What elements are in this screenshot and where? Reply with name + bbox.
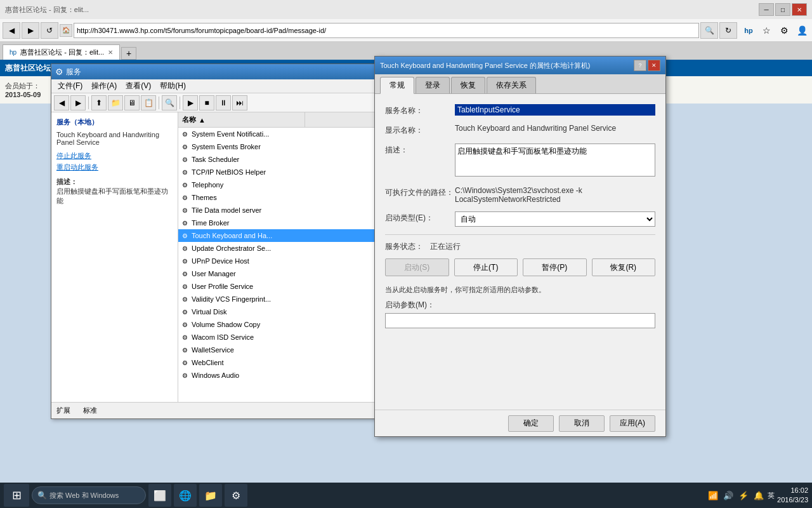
svc-item-icon: ⚙ bbox=[180, 269, 190, 279]
taskbar-search[interactable]: 🔍 搜索 Web 和 Windows bbox=[32, 486, 146, 504]
favorites-button[interactable]: ☆ bbox=[759, 23, 774, 38]
toolbar-sep2 bbox=[159, 97, 159, 109]
volume-icon[interactable]: 🔊 bbox=[722, 489, 735, 502]
props-footer: 确定 取消 应用(A) bbox=[375, 410, 665, 436]
address-bar[interactable] bbox=[74, 23, 699, 38]
minimize-button[interactable]: ─ bbox=[759, 3, 774, 16]
svc-menu-action[interactable]: 操作(A) bbox=[88, 79, 121, 93]
svc-service-name: Touch Keyboard and Handwriting Panel Ser… bbox=[56, 131, 173, 146]
props-ok-btn[interactable]: 确定 bbox=[508, 415, 554, 432]
toolbar-fwd-btn[interactable]: ▶ bbox=[70, 95, 86, 110]
search-icon: 🔍 bbox=[37, 491, 47, 500]
props-tab-recovery[interactable]: 恢复 bbox=[451, 77, 485, 93]
props-close-btn[interactable]: ✕ bbox=[648, 60, 660, 71]
svc-left-panel: 服务（本地） Touch Keyboard and Handwriting Pa… bbox=[51, 112, 178, 402]
svc-stop-link[interactable]: 停止此服务 bbox=[56, 151, 173, 161]
forward-button[interactable]: ▶ bbox=[22, 22, 39, 39]
toolbar-play-btn[interactable]: ▶ bbox=[183, 95, 198, 110]
battery-icon[interactable]: ⚡ bbox=[737, 489, 750, 502]
browser-chrome: 惠普社区论坛 - 回复：elit... ─ □ ✕ ◀ ▶ ↺ 🏠 🔍 ↻ hp… bbox=[0, 0, 812, 60]
props-resume-btn[interactable]: 恢复(R) bbox=[592, 258, 656, 276]
props-status-label: 服务状态： bbox=[385, 242, 423, 251]
props-title-text: Touch Keyboard and Handwriting Panel Ser… bbox=[380, 61, 590, 70]
settings-btn[interactable]: ⚙ bbox=[225, 484, 247, 507]
svc-item-icon: ⚙ bbox=[180, 154, 190, 164]
svc-item-icon: ⚙ bbox=[180, 142, 190, 152]
svc-item-icon: ⚙ bbox=[180, 256, 190, 266]
back-button[interactable]: ◀ bbox=[3, 22, 20, 39]
toolbar-up-btn[interactable]: ⬆ bbox=[91, 95, 107, 110]
toolbar-stop-btn[interactable]: ■ bbox=[199, 95, 214, 110]
props-value-path: C:\Windows\System32\svchost.exe -k Local… bbox=[455, 186, 655, 204]
taskbar: ⊞ 🔍 搜索 Web 和 Windows ⬜ 🌐 📁 ⚙ 📶 🔊 ⚡ 🔔 英 1… bbox=[0, 483, 812, 508]
maximize-button[interactable]: □ bbox=[775, 3, 790, 16]
svc-item-icon: ⚙ bbox=[180, 218, 190, 228]
toolbar-restart-btn[interactable]: ⏭ bbox=[232, 95, 247, 110]
props-apply-btn[interactable]: 应用(A) bbox=[610, 415, 655, 432]
props-desc-textarea[interactable] bbox=[455, 144, 655, 177]
props-value-displayname: Touch Keyboard and Handwriting Panel Ser… bbox=[455, 124, 655, 133]
toolbar-docs-btn[interactable]: 📋 bbox=[141, 95, 156, 110]
svc-menu-file[interactable]: 文件(F) bbox=[54, 79, 86, 93]
props-label-desc: 描述： bbox=[385, 144, 455, 156]
props-tab-dependencies[interactable]: 依存关系 bbox=[487, 77, 536, 93]
title-bar: 惠普社区论坛 - 回复：elit... ─ □ ✕ bbox=[0, 0, 812, 19]
svc-item-icon: ⚙ bbox=[180, 129, 190, 139]
explorer-btn[interactable]: 📁 bbox=[199, 484, 222, 507]
notification-icon[interactable]: 🔔 bbox=[752, 489, 765, 502]
toolbar-pause-btn[interactable]: ⏸ bbox=[216, 95, 231, 110]
props-title-bar: Touch Keyboard and Handwriting Panel Ser… bbox=[375, 57, 665, 74]
svc-restart-link[interactable]: 重启动此服务 bbox=[56, 163, 173, 172]
svc-item-icon: ⚙ bbox=[180, 345, 190, 355]
reload-button[interactable]: ↻ bbox=[719, 22, 737, 39]
tools-button[interactable]: ⚙ bbox=[776, 23, 792, 38]
svc-menu-help[interactable]: 帮助(H) bbox=[156, 79, 190, 93]
toolbar-sep1 bbox=[88, 97, 89, 109]
props-start-btn[interactable]: 启动(S) bbox=[385, 258, 449, 276]
task-view-btn[interactable]: ⬜ bbox=[148, 484, 171, 507]
svc-menu-view[interactable]: 查看(V) bbox=[122, 79, 155, 93]
svc-status-expand[interactable]: 扩展 bbox=[56, 406, 70, 415]
svc-title-text: 服务 bbox=[66, 67, 81, 77]
nav-bar: ◀ ▶ ↺ 🏠 🔍 ↻ hp ☆ ⚙ 👤 bbox=[0, 19, 812, 42]
start-button[interactable]: ⊞ bbox=[4, 484, 29, 507]
props-label-svcname: 服务名称： bbox=[385, 104, 455, 116]
svc-toolbar: ◀ ▶ ⬆ 📁 🖥 📋 🔍 ▶ ■ ⏸ ⏭ bbox=[51, 93, 424, 112]
props-row-displayname: 显示名称： Touch Keyboard and Handwriting Pan… bbox=[385, 124, 655, 136]
tab-label: 惠普社区论坛 - 回复：elit... bbox=[20, 48, 104, 57]
props-title-controls: ? ✕ bbox=[634, 60, 660, 71]
props-stop-btn[interactable]: 停止(T) bbox=[454, 258, 518, 276]
taskbar-search-placeholder: 搜索 Web 和 Windows bbox=[49, 491, 119, 500]
props-value-svcname: TabletInputService bbox=[455, 104, 655, 116]
props-startup-select[interactable]: 自动 手动 禁用 自动(延迟启动) bbox=[455, 211, 655, 227]
toolbar-back-btn[interactable]: ◀ bbox=[54, 95, 69, 110]
svc-item-icon: ⚙ bbox=[180, 370, 190, 380]
props-pause-btn[interactable]: 暂停(P) bbox=[523, 258, 587, 276]
clock-date: 2016/3/23 bbox=[777, 495, 808, 505]
refresh-button[interactable]: ↺ bbox=[41, 22, 58, 39]
props-tab-login[interactable]: 登录 bbox=[416, 77, 450, 93]
props-cancel-btn[interactable]: 取消 bbox=[559, 415, 605, 432]
props-param-input[interactable] bbox=[385, 313, 655, 328]
svc-status-standard[interactable]: 标准 bbox=[83, 406, 97, 415]
active-tab[interactable]: hp 惠普社区论坛 - 回复：elit... ✕ bbox=[3, 44, 120, 60]
close-button[interactable]: ✕ bbox=[792, 3, 807, 16]
svc-col-name[interactable]: 名称 ▲ bbox=[178, 112, 305, 127]
ie-btn[interactable]: 🌐 bbox=[174, 484, 197, 507]
network-icon[interactable]: 📶 bbox=[707, 489, 719, 502]
props-row-svcname: 服务名称： TabletInputService bbox=[385, 104, 655, 116]
search-button[interactable]: 🔍 bbox=[700, 22, 718, 39]
home-button[interactable]: 🏠 bbox=[60, 24, 72, 37]
props-row-path: 可执行文件的路径： C:\Windows\System32\svchost.ex… bbox=[385, 186, 655, 204]
svc-item-icon: ⚙ bbox=[180, 358, 190, 368]
props-help-btn[interactable]: ? bbox=[634, 60, 646, 71]
tab-close-button[interactable]: ✕ bbox=[108, 49, 113, 56]
toolbar-computer-btn[interactable]: 🖥 bbox=[124, 95, 140, 110]
hp-header-title: 惠普社区论坛 bbox=[5, 63, 51, 74]
props-tab-general[interactable]: 常规 bbox=[380, 77, 414, 94]
props-label-displayname: 显示名称： bbox=[385, 124, 455, 136]
toolbar-filter-btn[interactable]: 🔍 bbox=[162, 95, 177, 110]
svc-item-icon: ⚙ bbox=[180, 205, 190, 215]
new-tab-button[interactable]: + bbox=[121, 47, 136, 60]
toolbar-folder-btn[interactable]: 📁 bbox=[108, 95, 123, 110]
